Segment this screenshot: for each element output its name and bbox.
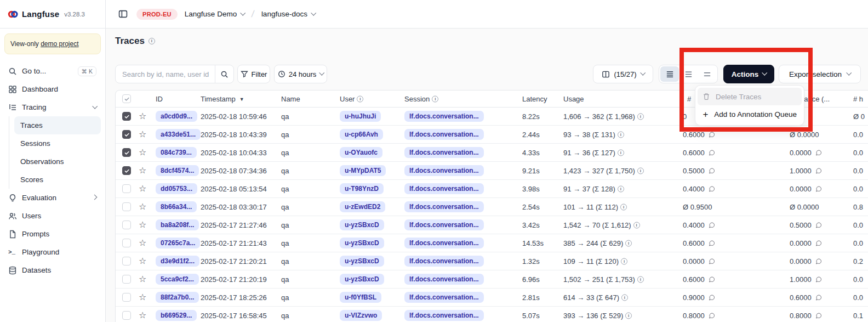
user-badge[interactable]: u-OYauofc [340, 147, 382, 158]
trace-id-badge[interactable]: d3e9d1f2... [156, 256, 199, 267]
row-checkbox[interactable] [122, 239, 131, 247]
user-badge[interactable]: u-MYpDAT5 [340, 165, 386, 176]
table-row[interactable]: ☆5cca9cf2...2025-02-17 21:20:19qau-yzSBx… [116, 270, 868, 289]
col-header-latency[interactable]: Latency [522, 95, 547, 103]
session-badge[interactable]: lf.docs.conversation... [404, 147, 484, 158]
menu-item-delete-traces[interactable]: Delete Traces [698, 88, 802, 105]
row-checkbox[interactable] [122, 130, 131, 139]
search-submit[interactable] [215, 65, 233, 83]
col-header-usage[interactable]: Usage [563, 95, 584, 103]
star-icon[interactable]: ☆ [139, 257, 146, 265]
session-badge[interactable]: lf.docs.conversation... [404, 165, 484, 176]
sidebar-item-playground[interactable]: >_ Playground [2, 243, 103, 261]
session-badge[interactable]: lf.docs.conversation... [404, 238, 484, 248]
session-badge[interactable]: lf.docs.conversation... [404, 274, 484, 285]
row-checkbox[interactable] [122, 184, 131, 193]
user-badge[interactable]: u-zEwdED2 [340, 201, 385, 212]
search-input[interactable] [116, 70, 215, 78]
col-header-timestamp[interactable]: Timestamp ▼ [201, 95, 244, 103]
sidebar-item-sessions[interactable]: Sessions [14, 134, 101, 152]
trace-id-badge[interactable]: a433de51... [156, 129, 201, 140]
time-range-button[interactable]: 24 hours [274, 65, 327, 83]
org-switcher[interactable]: Langfuse Demo [185, 10, 244, 18]
star-icon[interactable]: ☆ [139, 166, 146, 175]
table-row[interactable]: ☆a433de51...2025-02-18 10:43:39qau-cp66A… [116, 126, 868, 144]
trace-id-badge[interactable]: b669529... [156, 310, 197, 321]
col-header-id[interactable]: ID [156, 95, 163, 103]
trace-id-badge[interactable]: ba8a208f... [156, 219, 199, 230]
user-badge[interactable]: u-VIZzvwo [340, 310, 382, 321]
sidebar-item-tracing[interactable]: Tracing [2, 98, 103, 116]
star-icon[interactable]: ☆ [139, 293, 146, 302]
session-badge[interactable]: lf.docs.conversation... [404, 219, 484, 230]
star-icon[interactable]: ☆ [139, 184, 146, 193]
sidebar-item-observations[interactable]: Observations [14, 152, 101, 171]
session-badge[interactable]: lf.docs.conversation... [404, 129, 484, 140]
table-row[interactable]: ☆dd05753...2025-02-18 05:13:54qau-T98Ynz… [116, 180, 868, 198]
session-badge[interactable]: lf.docs.conversation... [404, 111, 484, 122]
session-badge[interactable]: lf.docs.conversation... [404, 201, 484, 212]
col-header-session[interactable]: Session i [404, 95, 438, 103]
col-header-score1[interactable]: # [687, 95, 691, 103]
trace-id-badge[interactable]: 88f2a7b0... [156, 292, 199, 303]
col-header-user[interactable]: User i [340, 95, 363, 103]
select-all-checkbox[interactable] [122, 94, 131, 103]
sidebar-item-traces[interactable]: Traces [14, 116, 101, 134]
trace-id-badge[interactable]: dd05753... [156, 183, 197, 194]
table-row[interactable]: ☆8b66a34...2025-02-18 03:30:17qau-zEwdED… [116, 198, 868, 216]
column-visibility-button[interactable]: (15/27) [593, 65, 653, 83]
row-checkbox[interactable] [122, 257, 131, 265]
table-row[interactable]: ☆ba8a208f...2025-02-17 21:27:46qau-yzSBx… [116, 216, 868, 234]
sidebar-item-users[interactable]: Users [2, 207, 103, 225]
menu-item-add-to-annotation-queue[interactable]: + Add to Annotation Queue [698, 105, 802, 123]
demo-project-link[interactable]: demo project [41, 40, 78, 48]
sidebar-item-evaluation[interactable]: Evaluation [2, 189, 103, 207]
star-icon[interactable]: ☆ [139, 202, 146, 211]
row-height-medium-button[interactable] [679, 66, 698, 82]
user-badge[interactable]: u-yzSBxcD [340, 274, 384, 285]
actions-button[interactable]: Actions [723, 65, 774, 83]
row-checkbox[interactable] [122, 311, 131, 320]
export-selection-button[interactable]: Export selection [779, 65, 861, 83]
table-row[interactable]: ☆07265c7a...2025-02-17 21:21:43qau-yzSBx… [116, 234, 868, 252]
sidebar-item-prompts[interactable]: Prompts [2, 225, 103, 243]
col-header-score3[interactable]: # h [853, 95, 863, 103]
trace-id-badge[interactable]: 5cca9cf2... [156, 274, 199, 285]
row-checkbox[interactable] [122, 275, 131, 284]
user-badge[interactable]: u-cp66Avh [340, 129, 383, 140]
row-checkbox[interactable] [122, 166, 131, 175]
session-badge[interactable]: lf.docs.conversation... [404, 183, 484, 194]
goto-search[interactable]: Go to... ⌘ K [2, 62, 103, 80]
sidebar-item-dashboard[interactable]: Dashboard [2, 80, 103, 98]
row-checkbox[interactable] [122, 112, 131, 121]
user-badge[interactable]: u-yzSBxcD [340, 238, 384, 248]
trace-id-badge[interactable]: 8dcf4574... [156, 165, 199, 176]
project-switcher[interactable]: langfuse-docs [261, 10, 315, 18]
star-icon[interactable]: ☆ [139, 148, 146, 157]
sidebar-toggle-icon[interactable] [116, 8, 129, 21]
table-row[interactable]: ☆084c739...2025-02-18 10:04:33qau-OYauof… [116, 144, 868, 162]
col-header-name[interactable]: Name [281, 95, 300, 103]
session-badge[interactable]: lf.docs.conversation... [404, 310, 484, 321]
info-icon[interactable]: i [149, 38, 155, 44]
star-icon[interactable]: ☆ [139, 130, 146, 139]
row-height-large-button[interactable] [698, 66, 716, 82]
sidebar-item-scores[interactable]: Scores [14, 171, 101, 189]
user-badge[interactable]: u-huJhuJi [340, 111, 381, 122]
trace-id-badge[interactable]: 8b66a34... [156, 201, 197, 212]
table-row[interactable]: ☆8dcf4574...2025-02-18 07:34:36qau-MYpDA… [116, 162, 868, 180]
star-icon[interactable]: ☆ [139, 311, 146, 320]
table-row[interactable]: ☆b669529...2025-02-17 16:58:45qau-VIZzvw… [116, 307, 868, 322]
star-icon[interactable]: ☆ [139, 112, 146, 121]
filter-button[interactable]: Filter [237, 65, 270, 83]
sidebar-item-datasets[interactable]: Datasets [2, 261, 103, 279]
table-row[interactable]: ☆d3e9d1f2...2025-02-17 21:20:21qau-yzSBx… [116, 252, 868, 270]
row-checkbox[interactable] [122, 202, 131, 211]
user-badge[interactable]: u-f0YfBSL [340, 292, 381, 303]
row-height-small-button[interactable] [660, 66, 679, 82]
row-checkbox[interactable] [122, 293, 131, 302]
trace-id-badge[interactable]: 07265c7a... [156, 238, 200, 248]
user-badge[interactable]: u-yzSBxcD [340, 256, 384, 267]
trace-id-badge[interactable]: 084c739... [156, 147, 197, 158]
session-badge[interactable]: lf.docs.conversation... [404, 256, 484, 267]
